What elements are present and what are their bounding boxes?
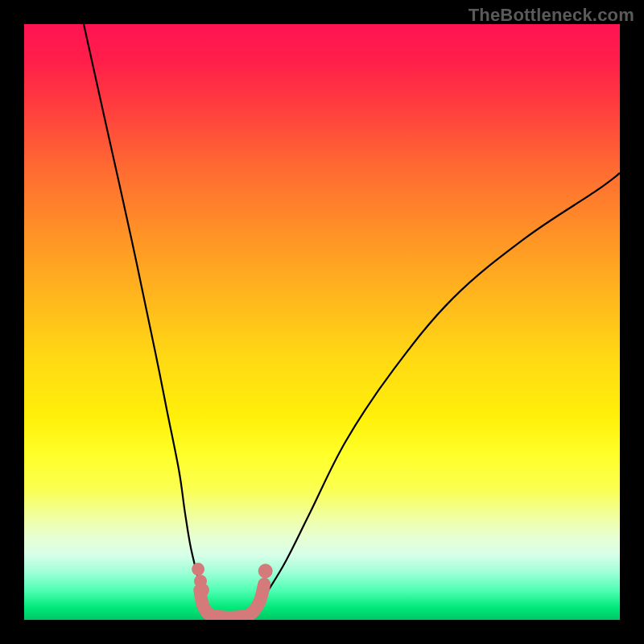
plot-area (24, 24, 620, 620)
sweet-spot-dot-right (258, 564, 273, 578)
bottleneck-curve (84, 24, 620, 620)
chart-stage: TheBottleneck.com (0, 0, 644, 644)
sweet-spot-u (200, 584, 264, 617)
sweet-spot-dot (192, 563, 204, 576)
curve-left-branch (84, 24, 233, 620)
sweet-spot-dot (196, 584, 209, 597)
watermark-text: TheBottleneck.com (469, 5, 634, 26)
curve-layer (24, 24, 620, 620)
curve-right-branch (233, 173, 620, 620)
sweet-spot-markers (192, 563, 273, 617)
